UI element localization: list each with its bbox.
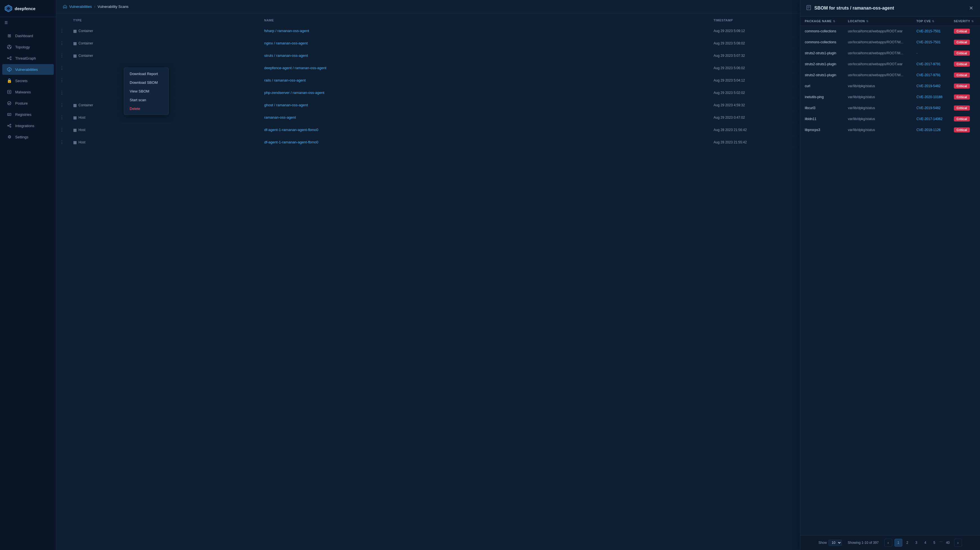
sbom-top-cve[interactable]: CVE-2019-5482 (912, 81, 949, 92)
context-menu-item[interactable]: Start scan (124, 95, 169, 104)
sidebar-item-malwares[interactable]: Malwares (2, 87, 54, 97)
nav: ⊞ Dashboard Topology ThreatGraph Vulnera… (0, 28, 56, 550)
sbom-package-name: struts2-struts1-plugin (800, 48, 843, 59)
row-menu-dots[interactable]: ⋮ (56, 124, 67, 136)
sbom-location: var/lib/dpkg/status (843, 103, 912, 114)
row-menu-dots[interactable]: ⋮ (56, 62, 67, 74)
sidebar-item-topology[interactable]: Topology (2, 41, 54, 52)
scan-name[interactable]: nginx / ramanan-oss-agent (258, 37, 708, 49)
show-label: Show (818, 541, 827, 545)
sbom-location: usr/local/tomcat/webapps/ROOT/W... (843, 70, 912, 81)
menu-toggle[interactable]: ☰ (0, 17, 56, 28)
scan-name[interactable]: struts / ramanan-oss-agent (258, 49, 708, 62)
sbom-package-name: commons-collections (800, 37, 843, 48)
scan-name[interactable]: ramanan-oss-agent (258, 111, 708, 124)
sbom-top-cve[interactable]: CVE-2020-10188 (912, 92, 949, 103)
sbom-top-cve: - (912, 48, 949, 59)
scan-name[interactable]: fsharp / ramanan-oss-agent (258, 25, 708, 37)
sbom-table-row: curlvar/lib/dpkg/statusCVE-2019-5482Crit… (800, 81, 980, 92)
svg-point-9 (10, 57, 11, 58)
sbom-table-row: commons-collectionsusr/local/tomcat/weba… (800, 26, 980, 37)
scan-name[interactable]: deepfence-agent / ramanan-oss-agent (258, 62, 708, 74)
breadcrumb-parent[interactable]: Vulnerabilities (69, 5, 92, 9)
svg-line-19 (9, 125, 10, 126)
sbom-severity: Critical (949, 37, 980, 48)
context-menu-item[interactable]: Delete (124, 104, 169, 113)
svg-rect-15 (8, 113, 11, 116)
logo-icon (5, 5, 13, 13)
page-number-button[interactable]: 40 (944, 539, 952, 547)
sbom-table-row: libcurl3var/lib/dpkg/statusCVE-2019-5482… (800, 103, 980, 114)
page-number-button[interactable]: 1 (894, 539, 902, 547)
svg-point-14 (8, 102, 11, 105)
sidebar-item-registries[interactable]: Registries (2, 109, 54, 120)
context-menu-item[interactable]: Download Report (124, 70, 169, 78)
sbom-package-name: struts2-struts1-plugin (800, 59, 843, 70)
sbom-top-cve[interactable]: CVE-2017-9791 (912, 70, 949, 81)
sbom-top-cve[interactable]: CVE-2015-7501 (912, 37, 949, 48)
row-menu-dots[interactable]: ⋮ (56, 37, 67, 49)
main-content: Vulnerabilities › Vulnerability Scans TY… (56, 0, 980, 550)
next-page-button[interactable]: › (954, 539, 962, 547)
sidebar-item-secrets[interactable]: 🔒 Secrets (2, 75, 54, 86)
scan-name[interactable]: ghost / ramanan-oss-agent (258, 99, 708, 111)
sbom-col-header[interactable]: SEVERITY⇅ (949, 17, 980, 26)
sbom-top-cve[interactable]: CVE-2015-7501 (912, 26, 949, 37)
per-page-select[interactable]: 10 25 50 (828, 540, 842, 546)
sbom-table-container: PACKAGE NAME⇅LOCATION⇅TOP CVE⇅SEVERITY⇅ … (800, 17, 980, 535)
sbom-severity: Critical (949, 103, 980, 114)
sbom-top-cve[interactable]: CVE-2019-5482 (912, 103, 949, 114)
scan-name[interactable]: df-agent-1-ramanan-agent-fbmo0 (258, 124, 708, 136)
pagination-info: Showing 1-10 of 397 (848, 541, 878, 545)
sbom-top-cve[interactable]: CVE-2018-1126 (912, 124, 949, 135)
logo: deepfence (0, 0, 56, 17)
sbom-top-cve[interactable]: CVE-2017-9791 (912, 59, 949, 70)
svg-rect-21 (807, 5, 811, 10)
sbom-location: var/lib/dpkg/status (843, 92, 912, 103)
registries-icon (7, 112, 12, 117)
page-number-button[interactable]: 3 (913, 539, 920, 547)
row-menu-dots[interactable]: ⋮ (56, 136, 67, 148)
context-menu-item[interactable]: Download SBOM (124, 78, 169, 87)
sbom-col-header[interactable]: PACKAGE NAME⇅ (800, 17, 843, 26)
posture-icon (7, 101, 12, 106)
sidebar-item-dashboard[interactable]: ⊞ Dashboard (2, 30, 54, 41)
page-number-button[interactable]: 4 (921, 539, 929, 547)
col-spacer (56, 16, 67, 25)
scan-name[interactable]: php-zendserver / ramanan-oss-agent (258, 87, 708, 99)
vulnerabilities-icon (7, 67, 12, 72)
sidebar-item-vulnerabilities[interactable]: Vulnerabilities (2, 64, 54, 75)
sidebar-item-posture-label: Posture (15, 101, 28, 105)
row-menu-dots[interactable]: ⋮ (56, 111, 67, 124)
prev-page-button[interactable]: ‹ (885, 539, 892, 547)
context-menu: Download ReportDownload SBOMView SBOMSta… (124, 67, 169, 115)
row-menu-dots[interactable]: ⋮ (56, 99, 67, 111)
sbom-top-cve[interactable]: CVE-2017-14062 (912, 114, 949, 124)
sbom-location: usr/local/tomcat/webapps/ROOT.war (843, 59, 912, 70)
sidebar-item-settings[interactable]: ⚙ Settings (2, 132, 54, 142)
page-number-button[interactable]: 5 (931, 539, 939, 547)
svg-point-8 (7, 58, 8, 59)
row-menu-dots[interactable]: ⋮ (56, 49, 67, 62)
context-menu-item[interactable]: View SBOM (124, 87, 169, 95)
row-menu-dots[interactable]: ⋮ (56, 25, 67, 37)
sbom-severity: Critical (949, 124, 980, 135)
svg-point-17 (10, 124, 11, 125)
sbom-close-button[interactable]: ✕ (968, 5, 974, 12)
sbom-col-header[interactable]: LOCATION⇅ (843, 17, 912, 26)
scan-name[interactable]: rails / ramanan-oss-agent (258, 74, 708, 87)
svg-line-11 (8, 57, 10, 59)
integrations-icon (7, 123, 12, 128)
sbom-location: usr/local/tomcat/webapps/ROOT/W... (843, 37, 912, 48)
sbom-col-header[interactable]: TOP CVE⇅ (912, 17, 949, 26)
page-number-button[interactable]: 2 (904, 539, 912, 547)
svg-line-20 (9, 126, 10, 127)
sidebar-item-threatgraph[interactable]: ThreatGraph (2, 53, 54, 64)
threatgraph-icon (7, 56, 12, 61)
row-menu-dots[interactable]: ⋮ (56, 74, 67, 87)
sidebar-item-posture[interactable]: Posture (2, 98, 54, 108)
sbom-severity: Critical (949, 81, 980, 92)
scan-name[interactable]: df-agent-1-ramanan-agent-fbmo0 (258, 136, 708, 148)
row-menu-dots[interactable]: ⋮ (56, 87, 67, 99)
sidebar-item-integrations[interactable]: Integrations (2, 120, 54, 131)
